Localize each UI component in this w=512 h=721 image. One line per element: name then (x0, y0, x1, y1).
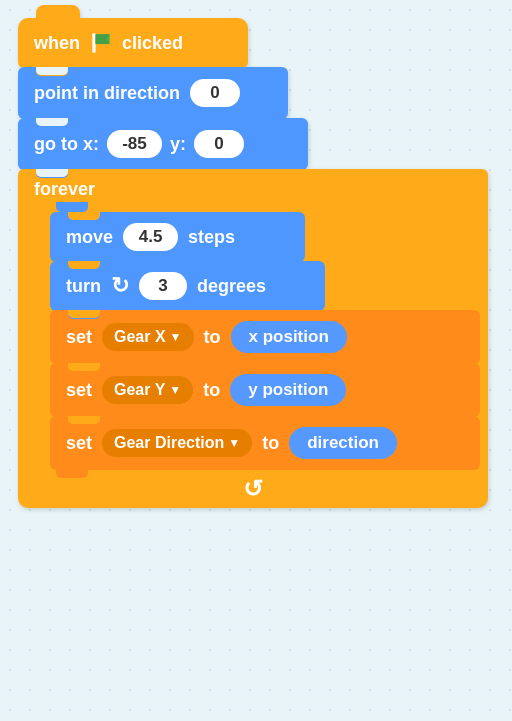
y-value[interactable]: 0 (194, 130, 244, 158)
when-flag-clicked-block[interactable]: when clicked (18, 18, 248, 68)
set-label-2: set (66, 380, 92, 401)
x-value[interactable]: -85 (107, 130, 162, 158)
flag-icon (88, 30, 114, 56)
direction-value[interactable]: direction (289, 427, 397, 459)
gear-direction-dropdown[interactable]: Gear Direction ▼ (102, 429, 252, 457)
goto-label: go to x: (34, 134, 99, 155)
y-position-value[interactable]: y position (230, 374, 346, 406)
direction-value[interactable]: 0 (190, 79, 240, 107)
svg-rect-0 (92, 33, 95, 53)
turn-label: turn (66, 276, 101, 297)
turn-value[interactable]: 3 (139, 272, 187, 300)
y-label: y: (170, 134, 186, 155)
set-label-1: set (66, 327, 92, 348)
dropdown-arrow-icon-3: ▼ (228, 436, 240, 450)
x-position-value[interactable]: x position (231, 321, 347, 353)
forever-label: forever (34, 179, 95, 199)
move-label: move (66, 227, 113, 248)
set-gear-direction-block[interactable]: set Gear Direction ▼ to direction (50, 416, 480, 470)
dropdown-arrow-icon: ▼ (170, 330, 182, 344)
clicked-label: clicked (122, 33, 183, 54)
point-in-direction-label: point in direction (34, 83, 180, 104)
when-label: when (34, 33, 80, 54)
set-gear-y-block[interactable]: set Gear Y ▼ to y position (50, 363, 480, 417)
gear-y-dropdown[interactable]: Gear Y ▼ (102, 376, 193, 404)
degrees-label: degrees (197, 276, 266, 297)
forever-block[interactable]: forever move 4.5 steps turn ↻ (18, 169, 488, 508)
set-label-3: set (66, 433, 92, 454)
to-label-2: to (203, 380, 220, 401)
move-value[interactable]: 4.5 (123, 223, 178, 251)
to-label-3: to (262, 433, 279, 454)
loop-arrow-icon: ↺ (243, 475, 263, 503)
to-label-1: to (204, 327, 221, 348)
steps-label: steps (188, 227, 235, 248)
turn-clockwise-icon: ↻ (111, 273, 129, 299)
gear-x-dropdown[interactable]: Gear X ▼ (102, 323, 193, 351)
dropdown-arrow-icon-2: ▼ (169, 383, 181, 397)
set-gear-x-block[interactable]: set Gear X ▼ to x position (50, 310, 480, 364)
